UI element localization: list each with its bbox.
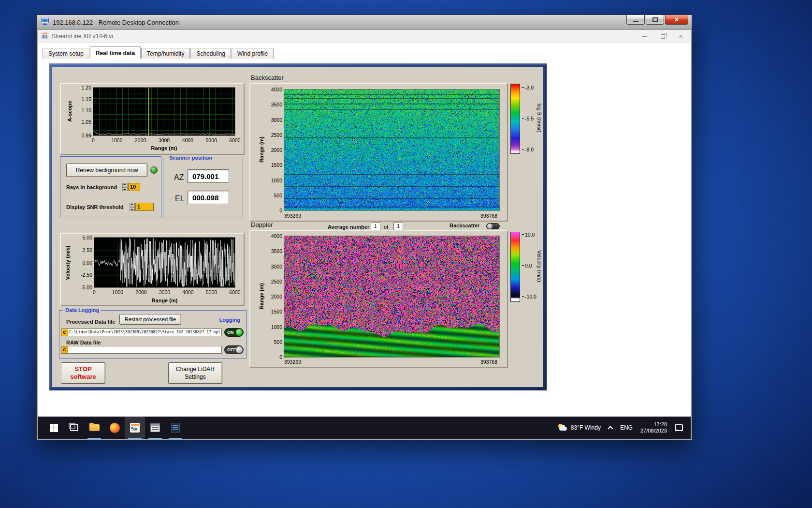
backscatter-plot-canvas	[284, 90, 499, 210]
doppler-colorbar: 10.00.0-10.0 Velocity (m/s)	[510, 232, 554, 309]
average-number-label: Average number	[328, 224, 369, 230]
app-minimize-icon[interactable]	[642, 36, 647, 37]
action-center-icon[interactable]	[675, 424, 683, 431]
clock[interactable]: 17:20 27/08/2023	[640, 421, 667, 434]
backscatter-display-toggle[interactable]	[486, 223, 500, 229]
ascope-plot-canvas	[93, 88, 235, 135]
rays-in-background-value[interactable]: 10	[128, 183, 140, 191]
front-panel: A-scope 1.201.151.101.050.99 01000200030…	[52, 67, 543, 387]
app-restore-icon[interactable]	[661, 34, 665, 39]
app-close-icon[interactable]: ×	[679, 33, 683, 40]
labview-xr-icon: XR	[130, 423, 140, 433]
average-number-total[interactable]: 1	[393, 223, 403, 230]
tab-wind-profile[interactable]: Wind profile	[232, 48, 274, 59]
backscatter-x-end-label: 393768	[480, 213, 497, 219]
snr-threshold-stepper[interactable]	[130, 203, 135, 211]
start-button[interactable]	[44, 417, 64, 439]
azimuth-value: 079.001	[188, 169, 229, 183]
restart-processed-file-button[interactable]: Restart processed file	[119, 314, 181, 325]
document-app-button[interactable]	[165, 417, 186, 439]
weather-widget[interactable]: 83°F Windy	[558, 424, 601, 432]
rays-in-background-stepper[interactable]	[122, 183, 128, 191]
ascope-y-axis-label: A-scope	[67, 87, 72, 135]
task-view-button[interactable]	[64, 417, 84, 439]
labview-app-icon	[42, 32, 48, 41]
front-panel-frame: A-scope 1.201.151.101.050.99 01000200030…	[49, 63, 547, 390]
tab-scheduling[interactable]: Scheduling	[190, 48, 231, 59]
labview-titlebar[interactable]: StreamLine XR v14-6.vi ×	[38, 30, 691, 43]
rdp-minimize-button[interactable]	[626, 15, 645, 25]
doppler-x-end-label: 393768	[480, 359, 497, 365]
ascope-x-ticks: 0100020003000400050006000	[61, 137, 244, 144]
system-tray: 83°F Windy ENG 17:20 27/08/2023	[558, 421, 691, 434]
renew-background-button[interactable]: Renew background now	[66, 164, 147, 177]
rays-in-background-label: Rays in background	[66, 184, 117, 190]
colorbar-gradient	[510, 232, 520, 302]
doppler-plot-canvas	[284, 236, 499, 357]
rdp-maximize-button[interactable]	[646, 15, 664, 25]
labview-taskbar-button[interactable]: XR	[125, 417, 145, 439]
velocity-plot-canvas	[94, 238, 235, 287]
raw-path-field[interactable]	[68, 346, 222, 354]
renew-background-led	[150, 166, 158, 174]
language-indicator[interactable]: ENG	[620, 424, 633, 431]
utility-app-icon	[150, 423, 160, 432]
backscatter-x-start-label: 393269	[284, 213, 301, 219]
windows-logo-icon	[50, 424, 58, 432]
raw-path-control: C	[61, 346, 222, 354]
drive-select[interactable]: C	[61, 346, 68, 354]
hidden-icons-chevron[interactable]	[608, 426, 613, 431]
velocity-y-axis-label: Velocity (m/s)	[65, 239, 71, 287]
utility-app-button[interactable]	[145, 417, 165, 439]
processed-data-file-label: Processed Data file	[66, 319, 116, 325]
processed-path-control: C C:\Lidar\Data\Proc\2023\202308\2023082…	[61, 329, 222, 336]
average-number-value[interactable]: 1	[371, 223, 380, 230]
tab-system-setup[interactable]: System setup	[43, 48, 89, 59]
doppler-y-ticks: 40003500300025002000150010005000	[269, 231, 282, 367]
remote-desktop-icon	[41, 18, 49, 27]
backscatter-colorbar: -3.0-5.5-8.0 log B (/m/sr)	[510, 84, 554, 161]
doppler-colorbar-label: Velocity (m/s)	[536, 237, 542, 295]
clock-time: 17:20	[640, 421, 667, 428]
rdp-window: 192.168.0.122 - Remote Desktop Connectio…	[36, 15, 692, 440]
raw-logging-toggle[interactable]: OFF	[224, 345, 244, 354]
azimuth-label: AZ	[174, 173, 184, 182]
of-label: of	[384, 224, 388, 230]
tab-temp-humidity[interactable]: Temp/humidity	[141, 48, 190, 59]
remote-desktop-screen: StreamLine XR v14-6.vi × System setup Re…	[38, 30, 691, 439]
maximize-icon	[652, 17, 658, 22]
doppler-section-title: Doppler	[251, 221, 273, 228]
tab-real-time-data[interactable]: Real time data	[90, 46, 141, 59]
rdp-titlebar[interactable]: 192.168.0.122 - Remote Desktop Connectio…	[37, 15, 692, 30]
drive-select[interactable]: C	[61, 329, 68, 336]
backscatter-y-ticks: 40003500300025002000150010005000	[269, 84, 282, 221]
ascope-x-axis-label: Range (m)	[93, 145, 235, 151]
velocity-graph: Velocity (m/s) 5.002.500.00-2.50-5.00 01…	[60, 233, 245, 306]
rdp-window-title: 192.168.0.122 - Remote Desktop Connectio…	[53, 19, 179, 26]
processed-path-field[interactable]: C:\Lidar\Data\Proc\2023\202308\20230827\…	[68, 329, 222, 336]
velocity-x-axis-label: Range (m)	[94, 298, 235, 303]
backscatter-y-axis-label: Range (m)	[259, 125, 264, 174]
file-explorer-button[interactable]	[84, 417, 104, 439]
stop-software-button[interactable]: STOP software	[61, 362, 105, 384]
toggle-knob-on	[236, 329, 243, 336]
doppler-y-axis-label: Range (m)	[259, 272, 264, 320]
task-view-icon	[70, 424, 78, 431]
document-app-icon	[171, 423, 180, 433]
rdp-close-button[interactable]: ×	[665, 15, 688, 25]
firefox-button[interactable]	[104, 417, 125, 439]
logging-label: Logging	[219, 317, 240, 323]
snr-threshold-value[interactable]: 1	[135, 203, 154, 211]
taskbar: XR 83°F Windy ENG 17:20 27/08/2023	[38, 417, 691, 439]
backscatter-heatmap: Range (m) 400035003000250020001500100050…	[249, 83, 508, 222]
change-lidar-settings-button[interactable]: Change LiDAR Settings	[168, 362, 222, 384]
backscatter-colorbar-label: log B (/m/sr)	[536, 89, 542, 147]
scanner-position-group: Scanner position AZ 079.001 EL 000.098	[163, 158, 243, 218]
elevation-label: EL	[175, 194, 185, 203]
minimize-icon	[633, 21, 638, 22]
processed-logging-toggle[interactable]: ON	[224, 328, 244, 337]
toggle-knob-off	[236, 346, 243, 353]
labview-window-title: StreamLine XR v14-6.vi	[52, 33, 113, 40]
tab-bar: System setup Real time data Temp/humidit…	[43, 46, 274, 59]
firefox-icon	[110, 423, 120, 433]
